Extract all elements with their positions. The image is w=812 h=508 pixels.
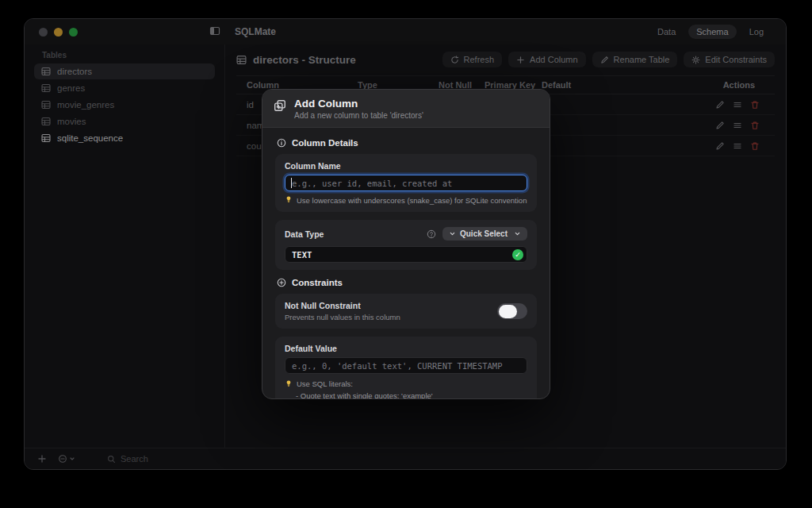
- data-type-input[interactable]: [285, 246, 527, 263]
- default-value-input[interactable]: [285, 357, 527, 374]
- section-title: Constraints: [292, 278, 343, 287]
- chevron-down-icon: [449, 230, 456, 237]
- data-type-label: Data Type: [285, 229, 324, 239]
- valid-check-icon: ✓: [512, 249, 523, 260]
- column-name-label: Column Name: [285, 161, 527, 171]
- info-icon: [277, 138, 286, 148]
- default-value-label: Default Value: [285, 344, 527, 353]
- modal-header: Add Column Add a new column to table 'di…: [262, 90, 550, 128]
- column-name-input[interactable]: [285, 175, 527, 191]
- not-null-label: Not Null Constraint: [285, 301, 400, 310]
- not-null-toggle[interactable]: [497, 303, 527, 319]
- hint-title: Use SQL literals:: [297, 379, 353, 388]
- default-value-card: Default Value Use SQL literals: - Quote …: [275, 337, 537, 399]
- section-title: Column Details: [292, 138, 358, 148]
- column-details-section-header: Column Details: [277, 138, 537, 148]
- modal-subtitle: Add a new column to table 'directors': [294, 111, 423, 120]
- lightbulb-icon: [285, 379, 293, 389]
- data-type-card: Data Type Quick Select ✓: [275, 220, 537, 270]
- sql-literals-hints: Use SQL literals: - Quote text with sing…: [285, 379, 527, 399]
- hint-line: - Quote text with single quotes: 'exampl…: [285, 391, 527, 400]
- screen: SQLMate Data Schema Log Tables directors…: [0, 0, 812, 508]
- quick-select-label: Quick Select: [460, 229, 508, 238]
- constraints-section-header: Constraints: [277, 278, 537, 287]
- chevron-down-icon: [514, 230, 521, 237]
- text-caret: [291, 178, 292, 188]
- not-null-card: Not Null Constraint Prevents null values…: [275, 294, 537, 329]
- copy-plus-icon: [274, 99, 286, 120]
- quick-select-dropdown[interactable]: Quick Select: [442, 227, 527, 241]
- circle-plus-icon: [277, 278, 286, 287]
- lightbulb-icon: [285, 195, 293, 205]
- column-name-hint: Use lowercase with underscores (snake_ca…: [285, 196, 527, 205]
- hint-text: Use lowercase with underscores (snake_ca…: [297, 196, 527, 205]
- modal-body: Column Details Column Name Use lowercase…: [262, 128, 550, 399]
- add-column-modal: Add Column Add a new column to table 'di…: [262, 89, 550, 399]
- modal-title: Add Column: [294, 98, 423, 110]
- help-icon[interactable]: [427, 229, 436, 239]
- toggle-knob: [499, 305, 517, 318]
- column-name-card: Column Name Use lowercase with underscor…: [275, 154, 537, 212]
- not-null-description: Prevents null values in this column: [285, 313, 400, 321]
